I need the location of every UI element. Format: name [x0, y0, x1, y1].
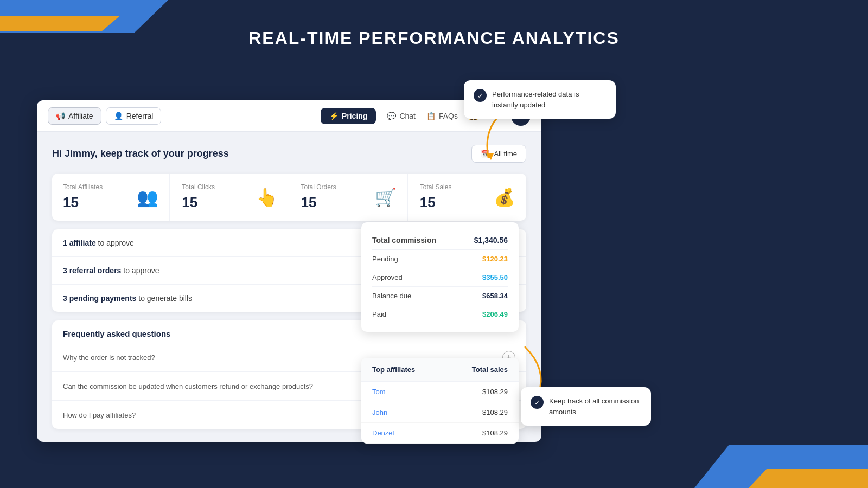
callout-commission-check-icon: ✓ [531, 396, 544, 409]
pricing-icon: ⚡ [329, 112, 339, 120]
affiliate-row-john: John $108.29 [361, 402, 519, 423]
action-affiliate-text: 1 affiliate to approve [63, 239, 134, 247]
callout-commission-text: Keep track of all commission amounts [549, 396, 641, 417]
content-header: Hi Jimmy, keep track of your progress 📅 … [52, 145, 526, 163]
affiliate-sales-denzel: $108.29 [482, 429, 508, 437]
callout-performance-text: Performance-related data is instantly up… [492, 89, 606, 110]
chat-label: Chat [399, 112, 416, 120]
commission-approved-value: $355.50 [482, 273, 508, 281]
commission-total-label: Total commission [372, 236, 436, 245]
affiliates-icon: 👥 [137, 187, 158, 208]
nav-faqs-link[interactable]: 📋 FAQs [426, 112, 458, 120]
commission-panel: Total commission $1,340.56 Pending $120.… [361, 222, 519, 332]
stat-clicks-label: Total Clicks [182, 183, 215, 191]
affiliate-sales-john: $108.29 [482, 408, 508, 416]
commission-paid-value: $206.49 [482, 310, 508, 318]
affiliates-panel: Top affiliates Total sales Tom $108.29 J… [361, 358, 519, 444]
commission-balance-label: Balance due [372, 292, 411, 300]
commission-pending-row: Pending $120.23 [372, 250, 508, 268]
all-time-button[interactable]: 📅 All time [471, 145, 526, 163]
callout-check-icon: ✓ [474, 89, 487, 102]
commission-approved-label: Approved [372, 273, 403, 281]
commission-paid-label: Paid [372, 310, 386, 318]
commission-approved-row: Approved $355.50 [372, 268, 508, 287]
affiliate-row-denzel: Denzel $108.29 [361, 423, 519, 444]
chat-icon: 💬 [387, 112, 396, 120]
pricing-label: Pricing [342, 112, 367, 120]
sales-icon: 💰 [494, 187, 515, 208]
commission-pending-label: Pending [372, 255, 398, 263]
stat-affiliates-value: 15 [63, 194, 103, 211]
stat-total-orders: Total Orders 15 🛒 [290, 174, 408, 221]
affiliate-label: Affiliate [68, 112, 93, 120]
callout-performance: ✓ Performance-related data is instantly … [464, 80, 616, 119]
nav-left: 📢 Affiliate 👤 Referral [48, 107, 321, 125]
affiliates-header: Top affiliates Total sales [361, 358, 519, 382]
affiliate-name-john[interactable]: John [372, 408, 387, 416]
affiliate-name-denzel[interactable]: Denzel [372, 429, 394, 437]
action-referral-text: 3 referral orders to approve [63, 266, 159, 275]
stat-orders-label: Total Orders [301, 183, 336, 191]
faqs-label: FAQs [439, 112, 458, 120]
clicks-icon: 👆 [256, 187, 278, 208]
faq-question-2: Can the commission be updated when custo… [63, 382, 313, 390]
stat-total-clicks: Total Clicks 15 👆 [171, 174, 289, 221]
faq-question-1: Why the order is not tracked? [63, 354, 155, 362]
faqs-icon: 📋 [426, 112, 436, 120]
corner-decoration-top-left [0, 0, 168, 33]
stat-orders-value: 15 [301, 194, 336, 211]
all-time-label: All time [494, 150, 517, 158]
nav-referral-button[interactable]: 👤 Referral [106, 107, 162, 125]
affiliate-icon: 📢 [56, 112, 65, 120]
commission-pending-value: $120.23 [482, 255, 508, 263]
calendar-icon: 📅 [481, 150, 489, 158]
stats-row: Total Affiliates 15 👥 Total Clicks 15 👆 … [52, 174, 526, 221]
nav-chat-link[interactable]: 💬 Chat [387, 112, 416, 120]
faq-question-3: How do I pay affiliates? [63, 411, 136, 419]
greeting-text: Hi Jimmy, keep track of your progress [52, 148, 229, 159]
commission-total-value: $1,340.56 [474, 236, 508, 245]
affiliate-name-tom[interactable]: Tom [372, 388, 386, 396]
stat-affiliates-label: Total Affiliates [63, 183, 103, 191]
nav-pricing-link[interactable]: ⚡ Pricing [321, 108, 376, 124]
affiliate-row-tom: Tom $108.29 [361, 382, 519, 402]
stat-sales-value: 15 [420, 194, 452, 211]
commission-balance-row: Balance due $658.34 [372, 287, 508, 305]
commission-paid-row: Paid $206.49 [372, 305, 508, 323]
affiliate-sales-tom: $108.29 [482, 388, 508, 396]
action-payments-text: 3 pending payments to generate bills [63, 294, 192, 303]
stat-total-affiliates: Total Affiliates 15 👥 [52, 174, 170, 221]
referral-icon: 👤 [114, 112, 123, 120]
callout-commission: ✓ Keep track of all commission amounts [521, 387, 651, 426]
referral-label: Referral [126, 112, 154, 120]
stat-clicks-value: 15 [182, 194, 215, 211]
commission-total-row: Total commission $1,340.56 [372, 231, 508, 250]
affiliates-header-col1: Top affiliates [372, 365, 415, 374]
nav-affiliate-button[interactable]: 📢 Affiliate [48, 107, 101, 125]
stat-sales-label: Total Sales [420, 183, 452, 191]
commission-balance-value: $658.34 [482, 292, 508, 300]
stat-total-sales: Total Sales 15 💰 [409, 174, 526, 221]
corner-decoration-bottom-right [694, 445, 868, 488]
orders-icon: 🛒 [375, 187, 397, 208]
affiliates-header-col2: Total sales [472, 365, 508, 374]
